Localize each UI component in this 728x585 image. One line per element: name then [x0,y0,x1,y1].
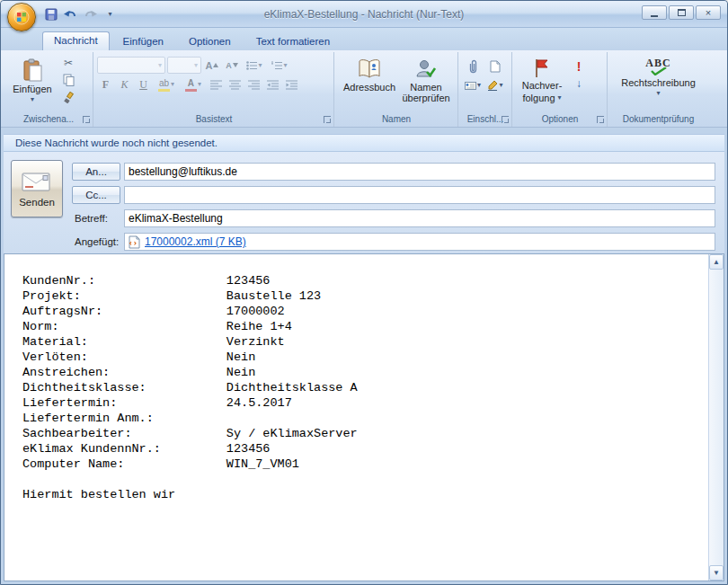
grow-font-button: A [203,58,221,74]
dialog-launcher-icon[interactable] [324,116,331,123]
spelling-button[interactable]: ABC Rechtschreibung ▾ [614,55,704,99]
close-button[interactable]: × [696,5,721,20]
body-line: Norm:Reihe 1+4 [22,320,708,335]
to-input[interactable] [124,163,715,181]
ribbon: Einfügen ▾ ✂ [1,50,727,128]
window-controls: × [642,5,721,20]
attach-file-button[interactable] [464,58,482,75]
office-button[interactable] [7,3,36,31]
cc-input[interactable] [124,186,715,204]
follow-up-label-line2: folgung [522,93,555,103]
dropdown-icon: ▾ [155,62,164,69]
body-line: KundenNr.:123456 [22,274,708,289]
ribbon-group-basictext: ▾ ▾ A A [93,52,334,127]
scroll-up-button[interactable]: ▲ [709,254,724,270]
format-painter-button[interactable] [59,89,77,105]
clipboard-group-label: Zwischena... [7,113,90,127]
tab-einfuegen[interactable]: Einfügen [111,32,175,50]
proofing-group-label: Dokumentprüfung [611,113,706,127]
dropdown-icon: ▾ [258,62,262,69]
dropdown-icon: ▾ [477,82,481,89]
font-color-icon: A [185,78,197,92]
dropdown-icon: ▾ [558,94,562,102]
increase-indent-icon [286,80,297,90]
scroll-down-icon: ▼ [713,569,720,577]
align-center-button [226,76,244,93]
body-line: Material:Verzinkt [22,335,708,350]
dropdown-icon: ▾ [499,82,502,89]
message-header-panel: Senden An... Cc... Betreff: Angefügt: 17… [4,152,724,253]
subject-input[interactable] [124,209,715,227]
importance-low-icon: ↓ [576,77,582,90]
follow-up-button[interactable]: Nachver- folgung ▾ [516,55,568,105]
body-line: Dichtheitsklasse:Dichtheitsklasse A [22,381,708,396]
follow-up-label-line1: Nachver- [522,80,563,91]
minimize-button[interactable] [642,5,667,20]
dialog-launcher-icon[interactable] [597,116,604,123]
align-right-button [245,76,262,93]
cut-button[interactable]: ✂ [59,55,77,71]
increase-indent-button [283,76,300,93]
dialog-launcher-icon[interactable] [83,116,90,123]
attachment-link[interactable]: 17000002.xml (7 KB) [145,235,246,248]
dropdown-icon: ▾ [31,96,34,103]
underline-button: U [135,76,152,93]
bold-icon: F [102,78,109,92]
highlight-icon: ab [158,78,170,92]
tab-nachricht[interactable]: Nachricht [42,31,110,50]
scroll-track[interactable] [709,270,724,565]
signature-button[interactable]: ▾ [484,77,506,93]
frame-spacer [1,128,727,134]
check-names-button[interactable]: Namen überprüfen [400,55,452,105]
dialog-launcher-icon[interactable] [502,116,509,123]
envelope-icon [22,171,52,192]
check-names-icon [415,58,437,80]
numbered-list-icon [271,61,282,70]
copy-icon [63,74,75,86]
attach-item-button[interactable] [486,58,504,75]
options-group-label: Optionen [516,113,604,127]
dropdown-icon: ▾ [198,81,201,88]
body-line: Verlöten:Nein [22,350,708,366]
minimize-icon [651,15,658,17]
shrink-font-icon: A [226,61,232,70]
align-left-icon [210,80,222,90]
numbering-button: ▾ [268,58,291,74]
dropdown-icon: ▾ [656,90,660,97]
importance-high-button[interactable]: ! [570,58,588,75]
check-names-label: Namen überprüfen [402,82,449,103]
send-button[interactable]: Senden [11,160,63,217]
grow-font-icon: A [206,60,213,71]
paste-button[interactable]: Einfügen ▾ [7,55,58,105]
ribbon-group-options: Nachver- folgung ▾ ! ↓ Optionen [512,52,608,127]
vertical-scrollbar: ▲ ▼ [708,254,724,581]
align-center-icon [229,80,241,90]
body-line: Hiermit bestellen wir [22,488,708,503]
italic-icon: K [120,78,128,92]
scroll-down-button[interactable]: ▼ [709,565,724,581]
tab-text-formatieren[interactable]: Text formatieren [244,32,342,50]
decrease-indent-icon [267,80,279,90]
body-line: Projekt:Baustelle 123 [22,289,708,305]
attachment-field[interactable]: 17000002.xml (7 KB) [124,233,715,251]
cc-button[interactable]: Cc... [72,186,120,204]
title-bar[interactable]: ▾ eKlimaX-Bestellung - Nachricht (Nur-Te… [1,1,727,28]
message-body-editor[interactable]: KundenNr.:123456 Projekt:Baustelle 123 A… [4,254,708,581]
office-logo-icon [13,9,30,25]
attached-label: Angefügt: [75,233,119,251]
address-book-label: Adressbuch [343,82,395,93]
tab-optionen[interactable]: Optionen [177,32,243,50]
send-button-label: Senden [19,197,55,208]
body-line: Liefertermin Anm.: [22,412,708,427]
business-card-button[interactable]: ▾ [462,77,484,93]
address-book-button[interactable]: Adressbuch [341,55,398,94]
copy-button[interactable] [59,72,77,88]
maximize-icon [678,9,686,16]
maximize-button[interactable] [669,5,694,20]
address-book-icon [358,58,381,80]
font-name-combo: ▾ [97,57,165,74]
abc-check-icon: ABC [645,58,670,75]
to-button[interactable]: An... [72,163,120,181]
body-line: Liefertermin:24.5.2017 [22,396,708,412]
importance-low-button[interactable]: ↓ [570,75,588,92]
